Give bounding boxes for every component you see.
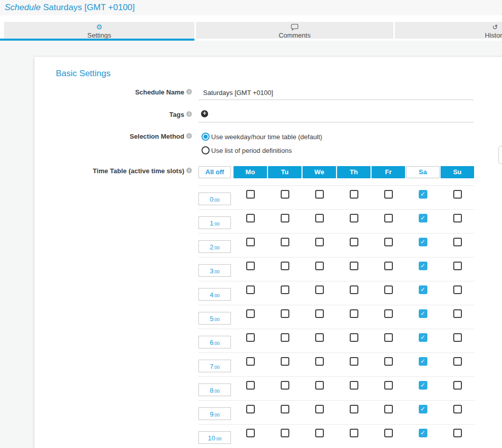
slot-checkbox-tu-6[interactable]: [281, 333, 289, 342]
hour-toggle-0[interactable]: 0:00: [198, 193, 231, 205]
slot-checkbox-sa-7[interactable]: [419, 357, 427, 366]
slot-checkbox-su-4[interactable]: [453, 285, 462, 294]
day-toggle-sa[interactable]: Sa: [406, 166, 440, 178]
slot-checkbox-mo-0[interactable]: [246, 190, 255, 199]
slot-checkbox-tu-7[interactable]: [281, 357, 289, 366]
slot-checkbox-tu-5[interactable]: [281, 309, 289, 318]
slot-checkbox-su-5[interactable]: [453, 309, 462, 318]
slot-checkbox-we-10[interactable]: [315, 429, 324, 437]
slot-checkbox-su-0[interactable]: [453, 190, 462, 199]
slot-checkbox-tu-3[interactable]: [281, 262, 289, 270]
slot-checkbox-tu-9[interactable]: [281, 405, 289, 413]
slot-checkbox-th-3[interactable]: [350, 262, 358, 270]
info-icon[interactable]: i: [186, 89, 192, 94]
day-toggle-fr[interactable]: Fr: [372, 166, 405, 178]
slot-checkbox-mo-5[interactable]: [246, 309, 255, 318]
slot-checkbox-tu-10[interactable]: [281, 429, 289, 437]
slot-checkbox-we-4[interactable]: [315, 285, 324, 294]
slot-checkbox-fr-4[interactable]: [384, 285, 393, 294]
slot-checkbox-sa-8[interactable]: [419, 381, 427, 390]
slot-checkbox-mo-7[interactable]: [246, 357, 255, 366]
hour-toggle-1[interactable]: 1:00: [198, 216, 231, 229]
day-toggle-we[interactable]: We: [303, 166, 336, 178]
tab-comments[interactable]: Comments: [196, 22, 393, 39]
slot-checkbox-sa-0[interactable]: [419, 190, 427, 199]
slot-checkbox-su-3[interactable]: [453, 262, 462, 270]
slot-checkbox-fr-9[interactable]: [384, 405, 393, 413]
info-icon[interactable]: i: [186, 111, 192, 117]
hour-toggle-10[interactable]: 10:00: [198, 431, 231, 444]
day-toggle-mo[interactable]: Mo: [233, 166, 267, 178]
slot-checkbox-sa-4[interactable]: [419, 285, 427, 294]
slot-checkbox-th-4[interactable]: [350, 285, 358, 294]
slot-checkbox-tu-2[interactable]: [281, 238, 289, 246]
slot-checkbox-fr-5[interactable]: [384, 309, 393, 318]
slot-checkbox-mo-2[interactable]: [246, 238, 255, 246]
info-icon[interactable]: i: [186, 133, 192, 139]
slot-checkbox-sa-6[interactable]: [419, 333, 427, 342]
hour-toggle-4[interactable]: 4:00: [198, 288, 231, 301]
slot-checkbox-th-6[interactable]: [350, 333, 358, 342]
slot-checkbox-tu-1[interactable]: [281, 214, 289, 222]
tab-settings[interactable]: ⚙ Settings: [4, 22, 194, 39]
day-toggle-su[interactable]: Su: [441, 166, 474, 178]
slot-checkbox-fr-2[interactable]: [384, 238, 393, 246]
schedule-name-input[interactable]: Saturdays [GMT +0100]: [203, 89, 273, 97]
slot-checkbox-sa-2[interactable]: [419, 238, 427, 246]
slot-checkbox-th-7[interactable]: [350, 357, 358, 366]
slot-checkbox-mo-4[interactable]: [246, 285, 255, 294]
slot-checkbox-mo-9[interactable]: [246, 405, 255, 413]
slot-checkbox-th-2[interactable]: [350, 238, 358, 246]
slot-checkbox-fr-7[interactable]: [384, 357, 393, 366]
slot-checkbox-sa-10[interactable]: [419, 429, 427, 437]
slot-checkbox-th-10[interactable]: [350, 429, 358, 437]
slot-checkbox-th-8[interactable]: [350, 381, 358, 390]
slot-checkbox-mo-8[interactable]: [246, 381, 255, 390]
slot-checkbox-sa-3[interactable]: [419, 262, 427, 270]
slot-checkbox-we-5[interactable]: [315, 309, 324, 318]
slot-checkbox-tu-4[interactable]: [281, 285, 289, 294]
slot-checkbox-th-1[interactable]: [350, 214, 358, 222]
slot-checkbox-mo-3[interactable]: [246, 262, 255, 270]
slot-checkbox-sa-9[interactable]: [419, 405, 427, 413]
hour-toggle-8[interactable]: 8:00: [198, 383, 231, 396]
slot-checkbox-fr-10[interactable]: [384, 429, 393, 437]
day-toggle-th[interactable]: Th: [337, 166, 371, 178]
info-icon[interactable]: i: [186, 168, 192, 173]
slot-checkbox-su-8[interactable]: [453, 381, 462, 390]
tab-history[interactable]: ↺ History: [395, 22, 502, 39]
slot-checkbox-sa-5[interactable]: [419, 309, 427, 318]
hour-toggle-5[interactable]: 5:00: [198, 312, 231, 325]
slot-checkbox-mo-1[interactable]: [246, 214, 255, 222]
slot-checkbox-fr-8[interactable]: [384, 381, 393, 390]
slot-checkbox-we-3[interactable]: [315, 262, 324, 270]
hour-toggle-9[interactable]: 9:00: [198, 407, 231, 420]
slot-checkbox-su-7[interactable]: [453, 357, 462, 366]
slot-checkbox-fr-3[interactable]: [384, 262, 393, 270]
slot-checkbox-su-9[interactable]: [453, 405, 462, 413]
slot-checkbox-sa-1[interactable]: [419, 214, 427, 222]
slot-checkbox-we-8[interactable]: [315, 381, 324, 390]
slot-checkbox-fr-0[interactable]: [384, 190, 393, 199]
slot-checkbox-su-2[interactable]: [453, 238, 462, 246]
slot-checkbox-we-6[interactable]: [315, 333, 324, 342]
slot-checkbox-tu-0[interactable]: [281, 190, 289, 199]
slot-checkbox-su-6[interactable]: [453, 333, 462, 342]
slot-checkbox-th-5[interactable]: [350, 309, 358, 318]
day-toggle-tu[interactable]: Tu: [268, 166, 302, 178]
slot-checkbox-fr-1[interactable]: [384, 214, 393, 222]
plus-circle-icon[interactable]: +: [201, 110, 208, 117]
slot-checkbox-mo-10[interactable]: [246, 429, 255, 437]
slot-checkbox-th-0[interactable]: [350, 190, 358, 199]
slot-checkbox-tu-8[interactable]: [281, 381, 289, 390]
all-off-button[interactable]: All off: [198, 166, 231, 178]
hour-toggle-7[interactable]: 7:00: [198, 360, 231, 372]
radio-weekday-timetable[interactable]: [202, 133, 210, 141]
hour-toggle-3[interactable]: 3:00: [198, 264, 231, 277]
slot-checkbox-we-9[interactable]: [315, 405, 324, 413]
radio-period-definitions[interactable]: [202, 146, 210, 154]
slot-checkbox-we-7[interactable]: [315, 357, 324, 366]
slot-checkbox-we-0[interactable]: [315, 190, 324, 199]
slot-checkbox-we-2[interactable]: [315, 238, 324, 246]
slot-checkbox-we-1[interactable]: [315, 214, 324, 222]
